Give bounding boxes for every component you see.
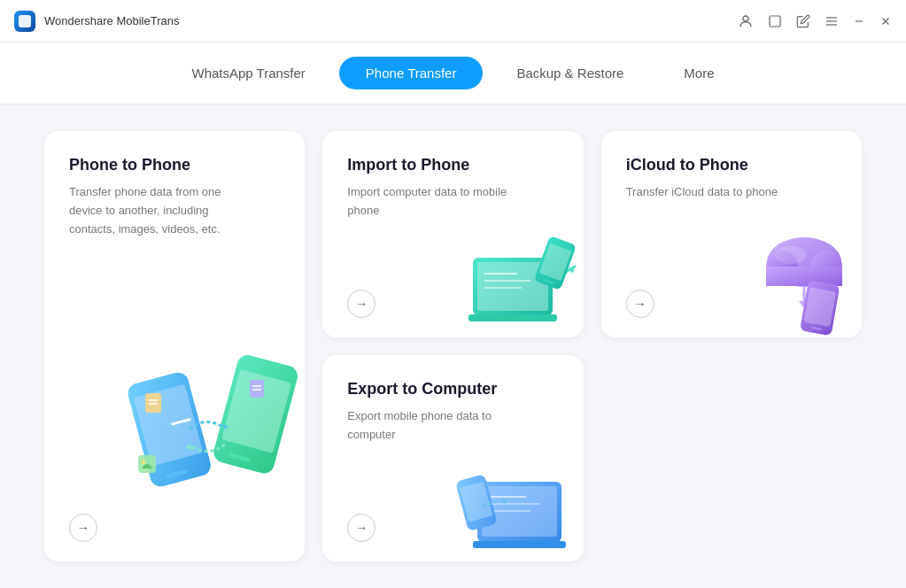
window-controls: [738, 13, 892, 29]
restore-icon[interactable]: [768, 14, 782, 28]
card-export-arrow[interactable]: →: [347, 514, 376, 542]
card-import-title: Import to Phone: [347, 156, 558, 174]
svg-point-38: [775, 246, 807, 264]
close-icon[interactable]: [879, 15, 892, 27]
svg-rect-49: [473, 541, 566, 548]
icloud-illustration: [747, 231, 853, 329]
card-export-title: Export to Computer: [347, 380, 558, 398]
main-content: Phone to Phone Transfer phone data from …: [0, 104, 906, 588]
svg-rect-29: [468, 314, 557, 321]
card-phone-to-phone-desc: Transfer phone data from one device to a…: [69, 183, 246, 238]
export-illustration: [451, 455, 575, 553]
tab-more[interactable]: More: [657, 57, 740, 89]
svg-point-0: [743, 16, 748, 21]
card-phone-to-phone-arrow[interactable]: →: [69, 514, 97, 542]
card-phone-to-phone-title: Phone to Phone: [69, 156, 280, 174]
menu-icon[interactable]: [825, 14, 839, 28]
app-logo: [14, 11, 35, 32]
svg-rect-25: [477, 262, 548, 311]
svg-rect-37: [766, 267, 842, 286]
minimize-icon[interactable]: [853, 15, 865, 27]
card-import-desc: Import computer data to mobile phone: [347, 183, 524, 220]
card-export-desc: Export mobile phone data to computer: [347, 407, 524, 445]
phone-to-phone-illustration: [119, 340, 296, 535]
svg-rect-16: [145, 393, 161, 413]
edit-icon[interactable]: [796, 14, 810, 28]
import-illustration: [460, 231, 575, 329]
svg-rect-19: [250, 380, 264, 398]
card-icloud-arrow[interactable]: →: [626, 290, 654, 318]
card-icloud-to-phone[interactable]: iCloud to Phone Transfer iCloud data to …: [601, 131, 862, 337]
card-icloud-title: iCloud to Phone: [626, 156, 837, 174]
titlebar: Wondershare MobileTrans: [0, 0, 906, 43]
tab-whatsapp[interactable]: WhatsApp Transfer: [165, 57, 331, 89]
tab-backup[interactable]: Backup & Restore: [490, 57, 650, 89]
card-import-arrow[interactable]: →: [347, 290, 376, 318]
card-export-to-computer[interactable]: Export to Computer Export mobile phone d…: [322, 355, 583, 561]
tab-phone[interactable]: Phone Transfer: [339, 57, 484, 89]
account-icon[interactable]: [738, 13, 754, 29]
card-import-to-phone[interactable]: Import to Phone Import computer data to …: [322, 131, 583, 337]
card-phone-to-phone[interactable]: Phone to Phone Transfer phone data from …: [44, 131, 305, 561]
app-title: Wondershare MobileTrans: [44, 14, 738, 27]
svg-rect-9: [134, 384, 204, 467]
svg-rect-1: [770, 16, 780, 27]
navbar: WhatsApp Transfer Phone Transfer Backup …: [0, 43, 906, 104]
card-icloud-desc: Transfer iCloud data to phone: [626, 183, 803, 202]
svg-point-23: [142, 460, 145, 464]
